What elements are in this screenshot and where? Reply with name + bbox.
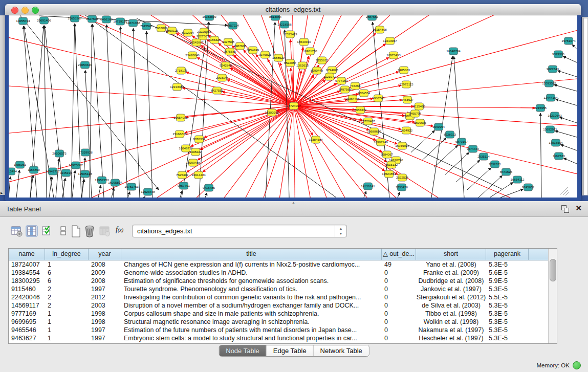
graph-node-label: 16914484	[191, 173, 206, 177]
table-cell: 9115460	[9, 285, 45, 293]
graph-node-label: 1615132	[385, 163, 398, 166]
tab-edge-table[interactable]: Edge Table	[267, 345, 314, 356]
network-canvas[interactable]: 1405572420691406106532671527602646616010…	[9, 15, 577, 198]
graph-node-label: 8990448	[311, 69, 323, 72]
graph-node-label: 8813054	[269, 15, 282, 18]
column-header-year[interactable]: year	[89, 249, 121, 260]
table-cell: Genome-wide association studies in ADHD.	[121, 269, 382, 277]
table-row[interactable]: 946362711997Embryonic stem cells: a mode…	[9, 334, 557, 342]
graph-node-label: 7955812	[316, 58, 329, 62]
table-cell: 19384554	[9, 269, 45, 277]
table-cell: 0	[382, 326, 416, 334]
network-table-select[interactable]: citations_edges.txt ▲▼	[132, 225, 347, 237]
table-cell: 2008	[89, 260, 121, 269]
resize-grip[interactable]	[560, 187, 569, 195]
graph-node-label: 9699695	[414, 121, 427, 124]
splitter-handle[interactable]: ▲	[292, 202, 296, 204]
graph-node-label: 20364456	[345, 97, 360, 100]
graph-node-label: 8938923	[444, 133, 456, 136]
column-header-title[interactable]: title	[121, 249, 382, 260]
table-cell: Franke et al. (2009)	[416, 269, 486, 277]
tab-network-table[interactable]: Network Table	[314, 345, 369, 356]
table-cell: 1998	[89, 310, 121, 318]
table-row[interactable]: 911546021997Tourette syndrome. Phenomeno…	[9, 285, 557, 293]
table-row[interactable]: 1456911722003Disruption of a novel membe…	[9, 301, 557, 310]
column-check-icon[interactable]	[41, 225, 54, 238]
graph-node-label: 12505123	[78, 172, 92, 176]
table-cell: Estimation of significance thresholds fo…	[121, 277, 382, 285]
table-cell	[529, 326, 550, 334]
table-cell: Nakamura et al. (1997)	[416, 326, 486, 334]
graph-node-label: 17359928	[78, 150, 93, 154]
delete-table-icon[interactable]	[83, 225, 96, 238]
table-cell: 1997	[89, 285, 121, 293]
function-builder-icon[interactable]: f(x)	[116, 226, 129, 239]
graph-node-label: 12975115	[399, 82, 413, 86]
column-header-in_degree[interactable]: in_degree	[45, 249, 89, 260]
table-header-row: namein_degreeyeartitle△ out_de...shortpa…	[9, 249, 557, 260]
graph-node-label: 12444154	[543, 96, 558, 99]
table-cell: 2003	[89, 301, 121, 310]
graph-node-label: 16210643	[548, 114, 562, 117]
memory-status-indicator[interactable]	[573, 361, 581, 369]
table-cell: 0	[382, 269, 416, 277]
graph-node-label: 3624554	[358, 91, 371, 95]
graph-node-label: 10653267	[68, 16, 82, 20]
column-header-short[interactable]: short	[416, 249, 486, 260]
panel-collapse-arrow-icon[interactable]: ▸	[1, 190, 3, 195]
window-titlebar[interactable]: citations_edges.txt	[5, 4, 581, 15]
table-row[interactable]: 2242004622012Investigating the contribut…	[9, 293, 557, 301]
table-cell: Yano et al. (2008)	[416, 260, 486, 269]
table-cell: Tourette syndrome. Phenomenology and cla…	[121, 285, 382, 293]
table-row[interactable]: 977716911998Corpus callosum shape and si…	[9, 310, 557, 318]
table-cell	[529, 277, 550, 285]
column-header-△ out_de...[interactable]: △ out_de...	[382, 249, 416, 260]
select-spinner-icon: ▲▼	[335, 225, 346, 237]
table-cell	[529, 285, 550, 293]
table-row[interactable]: 946554611997Estimation of the future num…	[9, 326, 557, 334]
table-row[interactable]: 1830029562008Estimation of significance …	[9, 277, 557, 285]
table-row[interactable]: 969969511998Structural magnetic resonanc…	[9, 318, 557, 326]
table-cell: 5.6E-5	[486, 269, 529, 277]
graph-node-label: 7615526	[140, 24, 153, 28]
table-cell	[529, 310, 550, 318]
table-cell: 5.3E-5	[486, 285, 529, 293]
show-columns-icon[interactable]	[26, 225, 39, 238]
table-cell: 5.3E-5	[486, 301, 529, 310]
table-cell	[529, 269, 550, 277]
graph-node-label: 7632621	[489, 162, 502, 166]
table-settings-icon[interactable]	[10, 225, 24, 238]
graph-node-label: 2935114	[477, 155, 490, 158]
tab-node-table[interactable]: Node Table	[219, 345, 267, 356]
close-panel-icon[interactable]: ✕	[575, 204, 582, 213]
table-cell: 9465546	[9, 326, 45, 334]
graph-node-label: 8498222	[189, 150, 202, 154]
table-cell: Changes of HCN gene expression and I(f) …	[121, 260, 382, 269]
graph-node-label: 9227343	[547, 67, 559, 71]
column-header-pagerank[interactable]: pagerank	[486, 249, 529, 260]
table-tabs: Node TableEdge TableNetwork Table	[219, 345, 369, 357]
table-cell: 49	[382, 260, 416, 269]
graph-node-label: 20053346	[78, 63, 92, 67]
graph-node-label: 1485061	[14, 163, 27, 166]
table-cell: 0	[382, 301, 416, 310]
table-cell	[529, 301, 550, 310]
graph-node-label: 1527602	[86, 17, 99, 20]
graph-node-label: 8878334	[193, 137, 206, 141]
graph-node-label: 19218506	[277, 23, 292, 26]
graph-node-label: 16543862	[189, 40, 204, 44]
vertical-scrollbar[interactable]	[548, 249, 557, 343]
table-cell: 0	[382, 277, 416, 285]
new-table-icon[interactable]	[70, 225, 83, 238]
table-row[interactable]: 1872400712008Changes of HCN gene express…	[9, 260, 557, 269]
table-cell: 1	[45, 334, 89, 342]
graph-node-label: 16961758	[303, 49, 317, 53]
scrollbar-thumb[interactable]	[550, 259, 556, 281]
table-cell: 1	[45, 326, 89, 334]
table-row[interactable]: 1938455462009Genome-wide association stu…	[9, 269, 557, 277]
column-header-name[interactable]: name	[9, 249, 45, 260]
graph-node-label: 16095807	[108, 181, 122, 184]
rows-icon[interactable]	[57, 225, 71, 238]
float-panel-icon[interactable]	[561, 205, 569, 212]
table-cell: Jankovic et al. (1997)	[416, 285, 486, 293]
